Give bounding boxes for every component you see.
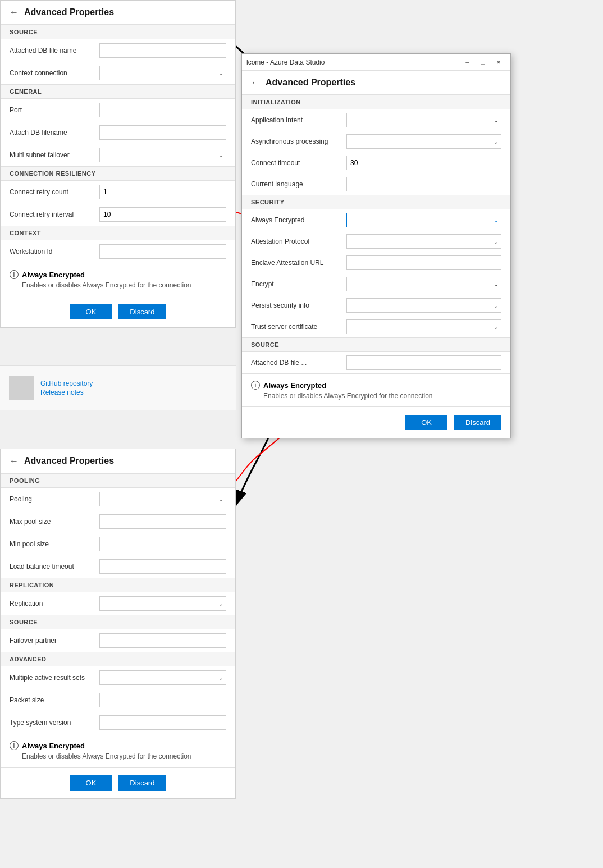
label-mars: Multiple active result sets <box>10 674 99 682</box>
ads-field-attached-db-partial: Attached DB file ... <box>242 352 510 373</box>
ads-field-current-lang: Current language <box>242 173 510 195</box>
panel1: ← Advanced Properties SOURCE Attached DB… <box>0 0 236 328</box>
ads-button-row: OK Discard <box>242 406 510 438</box>
ads-label-enclave-url: Enclave Attestation URL <box>251 259 346 267</box>
input-load-balance[interactable] <box>99 559 226 574</box>
panel2-ok-button[interactable]: OK <box>70 775 112 791</box>
input-failover[interactable] <box>99 633 226 648</box>
input-attach-db[interactable] <box>99 125 226 140</box>
ads-close-button[interactable]: × <box>491 55 506 70</box>
ads-label-trust-cert: Trust server certificate <box>251 323 346 331</box>
label-replication: Replication <box>10 600 99 607</box>
label-max-pool: Max pool size <box>10 518 99 526</box>
ads-info-section: i Always Encrypted Enables or disables A… <box>242 373 510 406</box>
section-general: GENERAL <box>1 84 235 99</box>
ads-select-always-encrypted[interactable] <box>346 213 501 227</box>
ads-label-persist-security: Persist security info <box>251 301 346 309</box>
ads-label-current-lang: Current language <box>251 180 346 188</box>
ads-panel-title: Advanced Properties <box>266 77 355 88</box>
ads-field-always-encrypted: Always Encrypted ⌄ <box>242 209 510 231</box>
label-attached-db: Attached DB file name <box>10 47 99 54</box>
select-pooling[interactable] <box>99 492 226 506</box>
panel2-discard-button[interactable]: Discard <box>118 775 166 791</box>
input-workstation-id[interactable] <box>99 244 226 259</box>
ads-input-enclave-url[interactable] <box>346 255 501 270</box>
welcome-links: GitHub repository Release notes <box>40 380 93 396</box>
field-packet-size: Packet size <box>1 689 235 711</box>
input-packet-size[interactable] <box>99 693 226 707</box>
label-attach-db: Attach DB filename <box>10 129 99 136</box>
label-type-system: Type system version <box>10 719 99 727</box>
ads-info-desc: Enables or disables Always Encrypted for… <box>263 392 501 400</box>
input-port[interactable] <box>99 103 226 117</box>
label-min-pool: Min pool size <box>10 540 99 548</box>
panel2-back-button[interactable]: ← <box>10 456 19 466</box>
select-context-conn[interactable] <box>99 66 226 80</box>
ads-input-connect-timeout[interactable] <box>346 156 501 170</box>
ads-discard-button[interactable]: Discard <box>454 415 501 430</box>
field-max-pool: Max pool size <box>1 510 235 533</box>
label-port: Port <box>10 106 99 114</box>
ads-minimize-button[interactable]: − <box>460 55 474 70</box>
ads-select-app-intent[interactable] <box>346 113 501 127</box>
label-packet-size: Packet size <box>10 696 99 704</box>
ads-maximize-button[interactable]: □ <box>476 55 490 70</box>
ads-field-persist-security: Persist security info ⌄ <box>242 295 510 316</box>
field-multi-subnet: Multi subnet failover ⌄ <box>1 144 235 166</box>
select-mars[interactable] <box>99 670 226 685</box>
panel1-button-row: OK Discard <box>1 296 235 327</box>
ads-back-button[interactable]: ← <box>251 77 260 88</box>
field-attached-db: Attached DB file name <box>1 39 235 62</box>
panel2-header: ← Advanced Properties <box>1 449 235 473</box>
panel1-header: ← Advanced Properties <box>1 1 235 25</box>
ads-field-app-intent: Application Intent ⌄ <box>242 109 510 131</box>
ads-info-icon: i <box>251 381 260 390</box>
ads-select-persist-security[interactable] <box>346 298 501 313</box>
release-link[interactable]: Release notes <box>40 389 93 396</box>
section-pooling: POOLING <box>1 473 235 488</box>
ads-field-encrypt: Encrypt ⌄ <box>242 273 510 295</box>
ads-ok-button[interactable]: OK <box>405 415 447 430</box>
panel2-button-row: OK Discard <box>1 767 235 798</box>
ads-label-app-intent: Application Intent <box>251 116 346 124</box>
info-title-1: i Always Encrypted <box>10 270 226 279</box>
input-attached-db[interactable] <box>99 43 226 58</box>
panel1-title: Advanced Properties <box>24 7 114 17</box>
ads-titlebar-text: lcome - Azure Data Studio <box>246 58 325 66</box>
ads-section-source: SOURCE <box>242 337 510 352</box>
ads-select-attestation[interactable] <box>346 234 501 249</box>
info-title-2: i Always Encrypted <box>10 741 226 750</box>
info-section-2: i Always Encrypted Enables or disables A… <box>1 734 235 767</box>
label-retry-count: Connect retry count <box>10 188 99 196</box>
label-pooling: Pooling <box>10 495 99 503</box>
ads-input-attached-db-partial[interactable] <box>346 355 501 370</box>
field-min-pool: Min pool size <box>1 533 235 555</box>
github-link[interactable]: GitHub repository <box>40 380 93 387</box>
panel1-back-button[interactable]: ← <box>10 7 19 17</box>
field-retry-interval: Connect retry interval <box>1 203 235 226</box>
ads-select-trust-cert[interactable] <box>346 319 501 334</box>
label-load-balance: Load balance timeout <box>10 563 99 570</box>
ads-window: lcome - Azure Data Studio − □ × ← Advanc… <box>241 53 511 438</box>
select-multi-subnet[interactable] <box>99 148 226 162</box>
input-type-system[interactable] <box>99 715 226 730</box>
ads-select-encrypt[interactable] <box>346 277 501 291</box>
panel1-discard-button[interactable]: Discard <box>118 304 166 319</box>
input-min-pool[interactable] <box>99 537 226 551</box>
ads-input-current-lang[interactable] <box>346 177 501 191</box>
input-retry-count[interactable] <box>99 185 226 199</box>
field-attach-db: Attach DB filename <box>1 121 235 144</box>
info-icon-2: i <box>10 741 19 750</box>
label-context-conn: Context connection <box>10 69 99 77</box>
section-advanced: ADVANCED <box>1 652 235 666</box>
input-max-pool[interactable] <box>99 514 226 529</box>
select-replication[interactable] <box>99 596 226 611</box>
ads-select-async[interactable] <box>346 134 501 149</box>
panel1-ok-button[interactable]: OK <box>70 304 112 319</box>
ads-label-always-encrypted: Always Encrypted <box>251 216 346 224</box>
field-load-balance: Load balance timeout <box>1 555 235 578</box>
info-section-1: i Always Encrypted Enables or disables A… <box>1 263 235 296</box>
field-context-conn: Context connection ⌄ <box>1 62 235 84</box>
info-desc-2: Enables or disables Always Encrypted for… <box>22 752 226 760</box>
input-retry-interval[interactable] <box>99 207 226 222</box>
